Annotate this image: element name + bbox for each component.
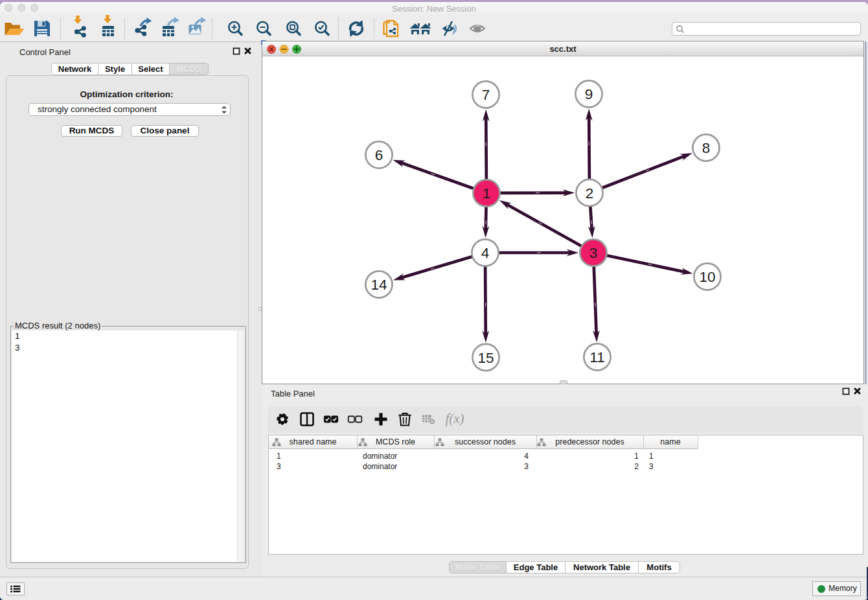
svg-text:2: 2 <box>586 185 594 202</box>
svg-text:7: 7 <box>482 87 490 103</box>
svg-text:9: 9 <box>585 86 593 102</box>
svg-text:10: 10 <box>699 269 715 285</box>
svg-text:11: 11 <box>589 349 604 365</box>
svg-text:3: 3 <box>589 245 598 261</box>
svg-text:15: 15 <box>477 350 494 366</box>
svg-text:1: 1 <box>483 185 491 202</box>
svg-text:f(x): f(x) <box>445 411 464 426</box>
svg-text:4: 4 <box>481 245 490 261</box>
svg-text:14: 14 <box>371 277 387 293</box>
svg-text:6: 6 <box>375 147 383 163</box>
svg-text:8: 8 <box>702 140 711 156</box>
